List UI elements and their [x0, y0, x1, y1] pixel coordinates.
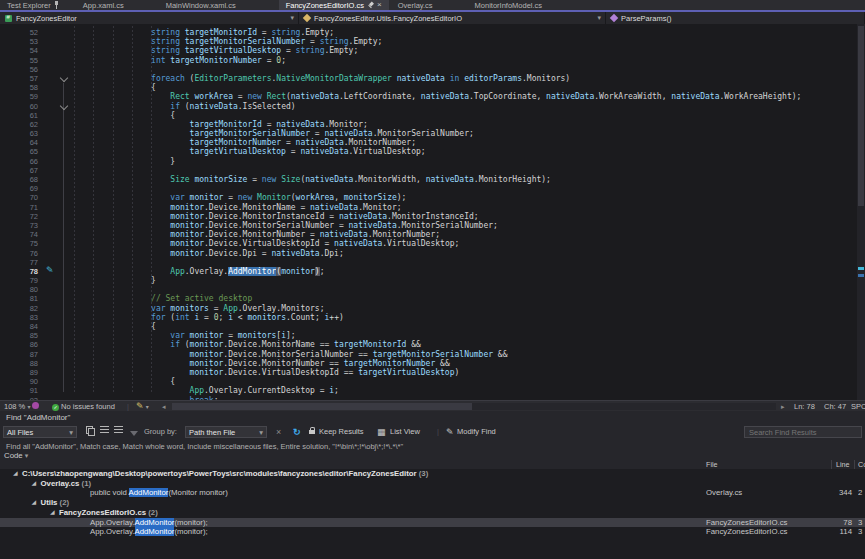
code-line[interactable]: 78 App.Overlay.AddMonitor(monitor);: [0, 267, 857, 276]
health-indicator[interactable]: ✓ No issues found: [52, 402, 115, 411]
status-indicator-icon[interactable]: [32, 402, 39, 411]
code-line[interactable]: 66 }: [0, 157, 857, 166]
vertical-scrollbar[interactable]: [857, 24, 865, 400]
code-line[interactable]: 61 {: [0, 111, 857, 120]
code-editor[interactable]: 52 string targetMonitorId = string.Empty…: [0, 24, 865, 400]
tab-mainwindow-xaml-cs[interactable]: MainWindow.xaml.cs: [159, 0, 243, 10]
tree-expand-icon[interactable]: ◢: [32, 498, 37, 508]
code-line[interactable]: 90 {: [0, 377, 857, 386]
column-header-line[interactable]: Line: [836, 460, 850, 469]
code-line[interactable]: 65 targetVirtualDesktop = nativeData.Vir…: [0, 147, 857, 156]
close-icon[interactable]: ×: [377, 1, 382, 9]
tab-overlay-cs[interactable]: Overlay.cs: [391, 0, 440, 10]
copy-results-button[interactable]: [86, 426, 94, 438]
tab-test-explorer[interactable]: Test Explorer: [0, 0, 66, 10]
code-line[interactable]: 60 if (nativeData.IsSelected): [0, 102, 857, 111]
project-dropdown[interactable]: FancyZonesEditor ▾: [0, 12, 299, 24]
code-line[interactable]: 70 var monitor = new Monitor(workArea, m…: [0, 193, 857, 202]
tab-fancyzoneseditorio-cs[interactable]: FancyZonesEditorIO.cs×: [279, 0, 389, 10]
code-line[interactable]: 63 targetMonitorSerialNumber = nativeDat…: [0, 129, 857, 138]
member-dropdown[interactable]: ParseParams(): [606, 12, 865, 24]
result-group-row[interactable]: ◢Overlay.cs (1): [0, 479, 865, 489]
group-by-value: Path then File: [189, 428, 235, 437]
column-header-col[interactable]: Col: [858, 460, 865, 469]
code-line[interactable]: 62 targetMonitorId = nativeData.Monitor;: [0, 120, 857, 129]
keep-results-label[interactable]: Keep Results: [319, 426, 364, 438]
modify-find-button[interactable]: ✎: [446, 426, 454, 438]
code-line[interactable]: 68 Size monitorSize = new Size(nativeDat…: [0, 175, 857, 184]
code-line[interactable]: 91 App.Overlay.CurrentDesktop = i;: [0, 386, 857, 395]
code-group-header[interactable]: Code ▾: [4, 451, 28, 460]
group-by-dropdown[interactable]: ▾Path then File: [185, 426, 267, 438]
code-line[interactable]: 75 monitor.Device.VirtualDesktopId = nat…: [0, 239, 857, 248]
result-group-row[interactable]: ◢FancyZonesEditorIO.cs (2): [0, 508, 865, 518]
code-line[interactable]: 74 monitor.Device.MonitorNumber = native…: [0, 230, 857, 239]
edit-marker-icon[interactable]: ✎: [46, 266, 54, 275]
find-result-row[interactable]: App.Overlay.AddMonitor(monitor);FancyZon…: [0, 527, 865, 537]
code-line[interactable]: 83 for (int i = 0; i < monitors.Count; i…: [0, 313, 857, 322]
code-line[interactable]: 53 string targetMonitorSerialNumber = st…: [0, 37, 857, 46]
code-cleanup-button[interactable]: ✎ ▾: [136, 402, 149, 411]
column-header-file[interactable]: File: [706, 460, 718, 469]
code-line[interactable]: 77: [0, 258, 857, 267]
code-line[interactable]: 88 monitor.Device.MonitorNumber == targe…: [0, 359, 857, 368]
tree-expand-icon[interactable]: ◢: [13, 469, 18, 479]
collapse-all-button[interactable]: [100, 426, 109, 438]
match-count: (2): [148, 508, 158, 517]
result-group-row[interactable]: ◢C:\Users\zhaopengwang\Desktop\powertoys…: [0, 469, 865, 479]
find-result-row[interactable]: App.Overlay.AddMonitor(monitor);FancyZon…: [0, 518, 865, 528]
scroll-left-arrow[interactable]: ◂: [162, 402, 166, 411]
code-line[interactable]: 67: [0, 166, 857, 175]
expand-all-button[interactable]: [114, 426, 123, 438]
code-line[interactable]: 87 monitor.Device.MonitorSerialNumber ==…: [0, 350, 857, 359]
code-line[interactable]: 76 monitor.Device.Dpi = nativeData.Dpi;: [0, 249, 857, 258]
pin-icon[interactable]: [54, 1, 59, 9]
code-line[interactable]: 81 // Set active desktop: [0, 294, 857, 303]
code-line[interactable]: 55 int targetMonitorNumber = 0;: [0, 56, 857, 65]
code-line[interactable]: 56: [0, 65, 857, 74]
clear-results-button[interactable]: ×: [276, 426, 281, 438]
search-find-results-input[interactable]: [744, 426, 862, 438]
scope-dropdown[interactable]: ▾All Files: [3, 426, 77, 438]
code-line[interactable]: 84 {: [0, 322, 857, 331]
pin-icon[interactable]: [367, 2, 374, 9]
code-line[interactable]: 72 monitor.Device.MonitorInstanceId = na…: [0, 212, 857, 221]
tree-expand-icon[interactable]: ◢: [32, 479, 37, 489]
code-line[interactable]: 64 targetMonitorNumber = nativeData.Moni…: [0, 138, 857, 147]
result-group-row[interactable]: ◢Utils (2): [0, 498, 865, 508]
code-line[interactable]: 69: [0, 184, 857, 193]
code-line[interactable]: 58 {: [0, 83, 857, 92]
code-line[interactable]: 86 if (monitor.Device.MonitorName == tar…: [0, 340, 857, 349]
column-divider[interactable]: [831, 460, 832, 469]
code-line[interactable]: 54 string targetVirtualDesktop = string.…: [0, 46, 857, 55]
code-line[interactable]: 59 Rect workArea = new Rect(nativeData.L…: [0, 92, 857, 101]
list-view-label[interactable]: List View: [390, 426, 420, 438]
scrollbar-thumb[interactable]: [172, 403, 472, 410]
code-line[interactable]: 80: [0, 285, 857, 294]
code-line[interactable]: 71 monitor.Device.MonitorName = nativeDa…: [0, 203, 857, 212]
tab-app-xaml-cs[interactable]: App.xaml.cs: [76, 0, 131, 10]
keep-results-toggle[interactable]: [308, 426, 316, 438]
filter-button[interactable]: [130, 428, 138, 440]
tab-monitorinfomodel-cs[interactable]: MonitorInfoModel.cs: [468, 0, 550, 10]
code-line[interactable]: 52 string targetMonitorId = string.Empty…: [0, 28, 857, 37]
type-dropdown[interactable]: FancyZonesEditor.Utils.FancyZonesEditorI…: [299, 12, 606, 24]
code-line[interactable]: 73 monitor.Device.MonitorSerialNumber = …: [0, 221, 857, 230]
code-line[interactable]: 57 foreach (EditorParameters.NativeMonit…: [0, 74, 857, 83]
scroll-right-arrow[interactable]: ▸: [781, 402, 785, 411]
code-text: {: [74, 322, 156, 331]
code-line[interactable]: 85 var monitor = monitors[i];: [0, 331, 857, 340]
code-line[interactable]: 79 }: [0, 276, 857, 285]
code-line[interactable]: 89 monitor.Device.VirtualDesktopId == ta…: [0, 368, 857, 377]
column-divider[interactable]: [854, 460, 855, 469]
list-view-button[interactable]: ▦: [377, 426, 386, 438]
code-text: monitor.Device.MonitorInstanceId = nativ…: [74, 212, 479, 221]
code-line[interactable]: 82 var monitors = App.Overlay.Monitors;: [0, 304, 857, 313]
scrollbar-thumb[interactable]: [858, 26, 864, 206]
horizontal-scrollbar[interactable]: [172, 403, 776, 410]
tree-expand-icon[interactable]: ◢: [50, 508, 55, 518]
modify-find-label[interactable]: Modify Find: [457, 426, 496, 438]
zoom-control[interactable]: 108 % ▾: [4, 402, 30, 411]
find-result-row[interactable]: public void AddMonitor(Monitor monitor)O…: [0, 488, 865, 498]
refresh-button[interactable]: ↻: [293, 426, 301, 438]
